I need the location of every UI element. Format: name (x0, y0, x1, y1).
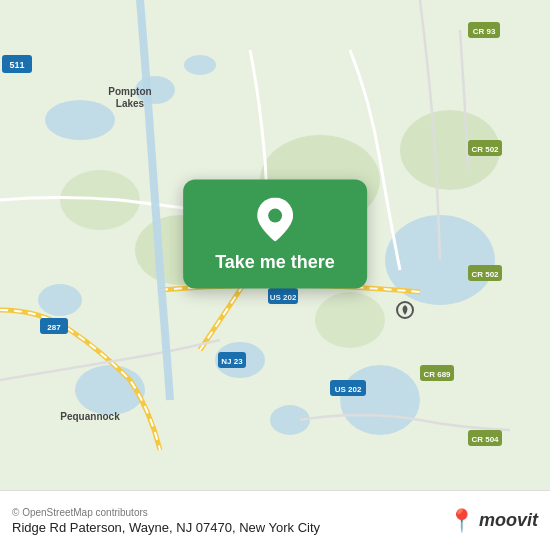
svg-text:Lakes: Lakes (116, 98, 145, 109)
svg-text:CR 504: CR 504 (471, 435, 499, 444)
footer-bar: © OpenStreetMap contributors Ridge Rd Pa… (0, 490, 550, 550)
address-text: Ridge Rd Paterson, Wayne, NJ 07470, New … (12, 520, 320, 535)
svg-text:US 202: US 202 (270, 293, 297, 302)
svg-point-9 (38, 284, 82, 316)
moovit-pin-icon: 📍 (448, 508, 475, 534)
moovit-logo: 📍 moovit (448, 508, 538, 534)
svg-text:CR 502: CR 502 (471, 145, 499, 154)
svg-text:CR 502: CR 502 (471, 270, 499, 279)
svg-text:CR 93: CR 93 (473, 27, 496, 36)
svg-text:US 202: US 202 (335, 385, 362, 394)
svg-text:CR 689: CR 689 (423, 370, 451, 379)
cta-button[interactable]: Take me there (183, 180, 367, 289)
svg-point-39 (268, 209, 282, 223)
svg-text:511: 511 (9, 60, 24, 70)
svg-text:Pequannock: Pequannock (60, 411, 120, 422)
svg-point-14 (315, 292, 385, 348)
svg-text:Pompton: Pompton (108, 86, 151, 97)
take-me-there-label: Take me there (215, 252, 335, 273)
svg-text:287: 287 (47, 323, 61, 332)
copyright-text: © OpenStreetMap contributors (12, 507, 320, 518)
moovit-brand-name: moovit (479, 510, 538, 531)
location-pin-icon (257, 198, 293, 242)
svg-text:NJ 23: NJ 23 (221, 357, 243, 366)
svg-point-3 (184, 55, 216, 75)
footer-info: © OpenStreetMap contributors Ridge Rd Pa… (12, 507, 320, 535)
svg-point-5 (340, 365, 420, 435)
svg-point-1 (45, 100, 115, 140)
map-area: 511 US 202 NJ 23 287 CR 93 CR 502 CR 502… (0, 0, 550, 490)
